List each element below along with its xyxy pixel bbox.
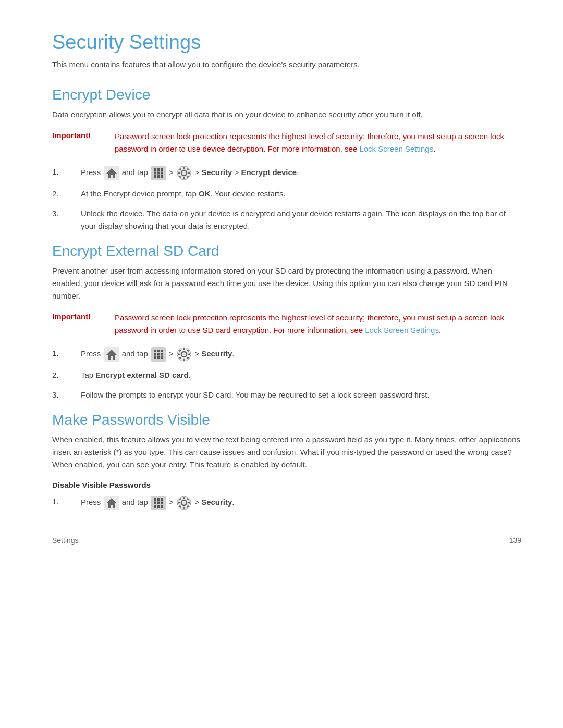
svg-rect-33 (161, 356, 163, 359)
settings-gear-icon-pv (177, 496, 191, 510)
step-content-sd-2: Tap Encrypt external SD card. (81, 369, 521, 381)
step-content: Press and tap > (81, 166, 521, 180)
svg-rect-6 (154, 171, 156, 174)
apps-grid-icon (151, 166, 166, 180)
svg-rect-26 (157, 350, 160, 352)
svg-rect-10 (157, 175, 160, 178)
step-bold-security-encrypt: Security (201, 167, 232, 176)
subsection-title-disable-visible: Disable Visible Passwords (52, 480, 521, 489)
step-bold-security-pv: Security (201, 497, 232, 506)
svg-rect-31 (154, 356, 156, 359)
steps-list-encrypt-device: 1. Press and tap > (52, 166, 521, 232)
step-1-encrypt-device: 1. Press and tap > (52, 166, 521, 180)
svg-rect-27 (161, 350, 163, 352)
section-title-encrypt-sd: Encrypt External SD Card (52, 243, 521, 260)
svg-rect-51 (157, 501, 160, 504)
svg-rect-25 (154, 350, 156, 352)
svg-rect-50 (154, 501, 156, 504)
svg-rect-48 (157, 498, 160, 501)
lock-screen-settings-link-2[interactable]: Lock Screen Settings (365, 326, 439, 335)
svg-rect-47 (154, 498, 156, 501)
svg-rect-36 (183, 348, 185, 350)
apps-grid-icon-sd (151, 347, 166, 362)
svg-rect-38 (178, 353, 180, 355)
svg-rect-59 (183, 507, 185, 509)
svg-rect-61 (188, 502, 190, 503)
footer-right: 139 (509, 536, 521, 545)
page-title: Security Settings (52, 31, 521, 54)
step-number-sd-1: 1. (52, 347, 81, 360)
settings-gear-icon-sd (177, 347, 191, 362)
section-title-passwords-visible: Make Passwords Visible (52, 412, 521, 428)
step-bold-encrypt-device: Encrypt device (241, 167, 297, 176)
step-number-2: 2. (52, 188, 81, 200)
svg-rect-53 (154, 505, 156, 508)
footer: Settings 139 (52, 531, 521, 545)
svg-rect-54 (157, 505, 160, 508)
step-1-passwords-visible: 1. Press and tap > (52, 496, 521, 510)
svg-rect-3 (154, 168, 156, 171)
step-content-3: Unlock the device. The data on your devi… (81, 207, 521, 232)
important-text-2: Password screen lock protection represen… (115, 312, 521, 337)
step-1-encrypt-sd: 1. Press and tap > (52, 347, 521, 362)
page-subtitle: This menu contains features that allow y… (52, 59, 521, 71)
section-desc-encrypt-device: Data encryption allows you to encrypt al… (52, 108, 521, 121)
step-number-sd-3: 3. (52, 389, 81, 401)
step-number-3: 3. (52, 207, 81, 220)
svg-rect-49 (161, 498, 163, 501)
svg-rect-32 (157, 356, 160, 359)
steps-list-passwords-visible: 1. Press and tap > (52, 496, 521, 510)
svg-rect-14 (183, 167, 185, 169)
step-number-pv-1: 1. (52, 496, 81, 508)
apps-grid-icon-pv (151, 496, 166, 510)
svg-rect-16 (178, 172, 180, 174)
step-bold-security-sd: Security (201, 349, 232, 357)
step-2-encrypt-device: 2. At the Encrypt device prompt, tap OK.… (52, 188, 521, 200)
svg-rect-29 (157, 353, 160, 355)
svg-rect-52 (161, 501, 163, 504)
step-content-2: At the Encrypt device prompt, tap OK. Yo… (81, 188, 521, 200)
encrypt-sd-bold: Encrypt external SD card (95, 371, 188, 379)
step-3-encrypt-sd: 3. Follow the prompts to encrypt your SD… (52, 389, 521, 401)
important-text-1: Password screen lock protection represen… (115, 130, 521, 155)
step-number: 1. (52, 166, 81, 178)
svg-rect-39 (188, 353, 190, 355)
home-icon-sd (104, 347, 119, 362)
footer-left: Settings (52, 536, 79, 545)
svg-rect-55 (161, 505, 163, 508)
steps-list-encrypt-sd: 1. Press and tap > (52, 347, 521, 401)
lock-screen-settings-link-1[interactable]: Lock Screen Settings (359, 144, 433, 153)
svg-rect-17 (188, 172, 190, 174)
section-title-encrypt-device: Encrypt Device (52, 87, 521, 103)
svg-rect-5 (161, 168, 163, 171)
home-icon-pv (104, 496, 119, 510)
step-2-encrypt-sd: 2. Tap Encrypt external SD card. (52, 369, 521, 381)
step-content-sd-1: Press and tap > (81, 347, 521, 362)
svg-rect-30 (161, 353, 163, 355)
settings-gear-icon-1 (177, 166, 191, 180)
svg-rect-15 (183, 177, 185, 179)
svg-rect-9 (154, 175, 156, 178)
step-content-pv-1: Press and tap > (81, 496, 521, 510)
svg-rect-58 (183, 497, 185, 499)
important-block-encrypt-device: Important! Password screen lock protecti… (52, 130, 521, 155)
important-label-2: Important! (52, 312, 115, 337)
svg-rect-8 (161, 171, 163, 174)
section-desc-encrypt-sd: Prevent another user from accessing info… (52, 265, 521, 302)
step-3-encrypt-device: 3. Unlock the device. The data on your d… (52, 207, 521, 232)
svg-rect-11 (161, 175, 163, 178)
important-label-1: Important! (52, 130, 115, 155)
ok-bold: OK (199, 189, 211, 198)
important-block-encrypt-sd: Important! Password screen lock protecti… (52, 312, 521, 337)
home-icon (104, 166, 119, 180)
svg-rect-60 (178, 502, 180, 503)
svg-rect-4 (157, 168, 160, 171)
section-desc-passwords-visible: When enabled, this feature allows you to… (52, 434, 521, 471)
svg-rect-28 (154, 353, 156, 355)
svg-rect-37 (183, 359, 185, 361)
step-content-sd-3: Follow the prompts to encrypt your SD ca… (81, 389, 521, 401)
svg-rect-7 (157, 171, 160, 174)
step-number-sd-2: 2. (52, 369, 81, 381)
